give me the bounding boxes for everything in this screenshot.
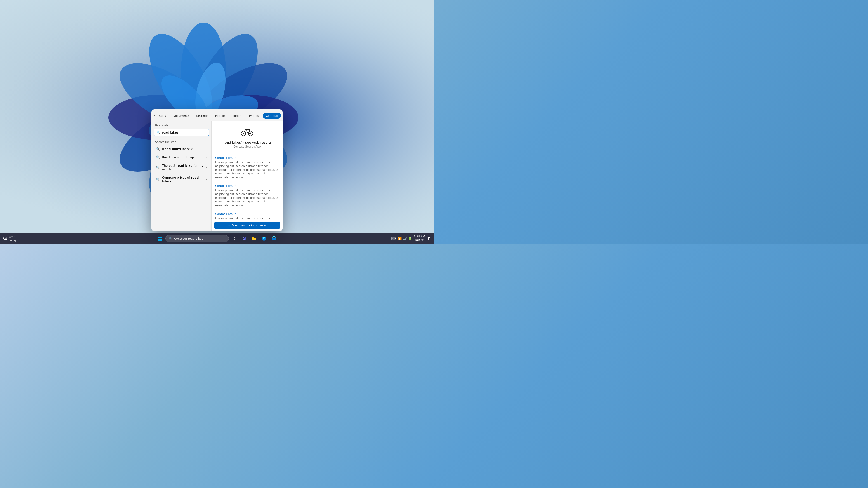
suggestion-search-icon-4: 🔍 <box>156 177 160 181</box>
tab-documents[interactable]: Documents <box>169 113 193 119</box>
weather-widget[interactable]: 🌤 78°F Sunny <box>3 236 16 242</box>
svg-rect-32 <box>232 239 234 240</box>
result-title-3: Contoso result <box>215 212 279 216</box>
svg-point-35 <box>243 237 244 238</box>
clock-time: 9:28 AM <box>414 235 425 238</box>
nav-prev-button[interactable]: ‹ <box>154 112 155 119</box>
open-browser-label: Open results in browser <box>231 224 267 227</box>
tab-photos[interactable]: Photos <box>246 113 262 119</box>
taskbar: 🌤 78°F Sunny 🔍 Contoso: road bikes <box>0 233 434 244</box>
popup-body: Best match 🔍 road bikes Search the web 🔍… <box>151 121 283 231</box>
keyboard-icon[interactable]: ⌨ <box>391 236 397 241</box>
suggestion-arrow-2: › <box>206 156 207 159</box>
right-title: 'road bikes' - see web results <box>216 140 278 144</box>
best-match-label: Best match <box>151 123 211 129</box>
clock-date: 10/6/21 <box>414 238 425 242</box>
volume-icon[interactable]: 🔊 <box>403 237 407 240</box>
suggestion-arrow-1: › <box>206 147 207 151</box>
open-browser-button[interactable]: ↗ Open results in browser <box>214 222 280 229</box>
suggestion-arrow-3: › <box>206 166 207 169</box>
teams-button[interactable] <box>240 234 249 243</box>
wifi-icon[interactable]: 📶 <box>398 237 402 240</box>
svg-rect-37 <box>274 239 274 240</box>
tab-contoso[interactable]: Contoso <box>263 113 281 119</box>
right-header: 'road bikes' - see web results Contoso S… <box>212 121 283 152</box>
result-title-2: Contoso result <box>215 184 279 188</box>
file-explorer-button[interactable] <box>250 234 258 243</box>
notification-button[interactable]: 🗓 <box>428 236 431 241</box>
weather-temp: 78°F <box>8 236 16 239</box>
suggestion-search-icon-3: 🔍 <box>156 166 160 169</box>
result-desc-3: Lorem ipsum dolor sit amet, consectetur … <box>215 217 279 219</box>
chevron-icon[interactable]: ^ <box>388 237 390 240</box>
svg-point-34 <box>245 237 246 238</box>
suggestion-text-1: Road bikes for sale <box>162 147 204 151</box>
suggestion-text-4: Compare prices of road bikes <box>162 176 204 183</box>
left-panel: Best match 🔍 road bikes Search the web 🔍… <box>151 121 211 231</box>
search-web-label: Search the web <box>151 139 211 144</box>
search-popup: ‹ Apps Documents Settings People Folders… <box>151 109 283 231</box>
right-subtitle: Contoso Search App <box>216 145 278 148</box>
weather-icon: 🌤 <box>3 236 7 241</box>
suggestion-4[interactable]: 🔍 Compare prices of road bikes › <box>153 173 210 185</box>
suggestion-search-icon-1: 🔍 <box>156 147 160 151</box>
svg-rect-30 <box>232 237 234 238</box>
result-desc-1: Lorem ipsum dolor sit amet, consectetur … <box>215 160 279 180</box>
svg-rect-33 <box>235 239 236 240</box>
svg-rect-27 <box>160 236 162 238</box>
battery-icon[interactable]: 🔋 <box>408 237 412 240</box>
search-input-text: road bikes <box>162 131 206 134</box>
taskbar-search-bar[interactable]: 🔍 Contoso: road bikes <box>165 235 229 242</box>
suggestion-3[interactable]: 🔍 The best road bike for my needs › <box>153 162 210 173</box>
result-item-1[interactable]: Contoso result Lorem ipsum dolor sit ame… <box>212 154 283 182</box>
bike-icon <box>216 126 278 139</box>
svg-rect-26 <box>158 236 160 238</box>
right-panel: 'road bikes' - see web results Contoso S… <box>211 121 283 231</box>
taskbar-center: 🔍 Contoso: road bikes <box>156 234 278 243</box>
filter-tabs: ‹ Apps Documents Settings People Folders… <box>154 111 280 121</box>
suggestion-search-icon-2: 🔍 <box>156 156 160 159</box>
svg-rect-31 <box>235 237 236 238</box>
suggestion-2[interactable]: 🔍 Road bikes for cheap › <box>153 153 210 161</box>
suggestion-arrow-4: › <box>206 178 207 181</box>
svg-rect-28 <box>158 239 160 240</box>
system-tray: ^ ⌨ 📶 🔊 🔋 <box>388 236 412 241</box>
suggestion-text-3: The best road bike for my needs <box>162 164 204 171</box>
nav-next-button[interactable]: › <box>281 112 282 119</box>
taskbar-left: 🌤 78°F Sunny <box>3 236 16 242</box>
task-view-button[interactable] <box>230 234 239 243</box>
result-item-3[interactable]: Contoso result Lorem ipsum dolor sit ame… <box>212 210 283 219</box>
search-input-row[interactable]: 🔍 road bikes <box>154 129 209 136</box>
open-browser-icon: ↗ <box>228 224 230 227</box>
system-clock[interactable]: 9:28 AM 10/6/21 <box>414 235 425 242</box>
tab-people[interactable]: People <box>212 113 228 119</box>
suggestion-1[interactable]: 🔍 Road bikes for sale › <box>153 145 210 153</box>
result-desc-2: Lorem ipsum dolor sit amet, consectetur … <box>215 188 279 207</box>
taskbar-right: ^ ⌨ 📶 🔊 🔋 9:28 AM 10/6/21 🗓 <box>388 235 431 242</box>
taskbar-search-text: Contoso: road bikes <box>174 237 203 240</box>
result-title-1: Contoso result <box>215 156 279 160</box>
svg-rect-29 <box>160 239 162 240</box>
edge-button[interactable] <box>259 234 269 243</box>
weather-condition: Sunny <box>8 239 16 242</box>
tab-folders[interactable]: Folders <box>228 113 246 119</box>
start-button[interactable] <box>156 234 164 243</box>
popup-header: ‹ Apps Documents Settings People Folders… <box>151 109 283 121</box>
tab-settings[interactable]: Settings <box>193 113 211 119</box>
taskbar-search-icon: 🔍 <box>169 237 173 240</box>
tab-apps[interactable]: Apps <box>156 113 169 119</box>
suggestion-text-2: Road bikes for cheap <box>162 156 204 159</box>
search-icon: 🔍 <box>156 131 160 134</box>
result-item-2[interactable]: Contoso result Lorem ipsum dolor sit ame… <box>212 182 283 210</box>
results-list: Contoso result Lorem ipsum dolor sit ame… <box>212 152 283 219</box>
store-button[interactable] <box>270 234 278 243</box>
